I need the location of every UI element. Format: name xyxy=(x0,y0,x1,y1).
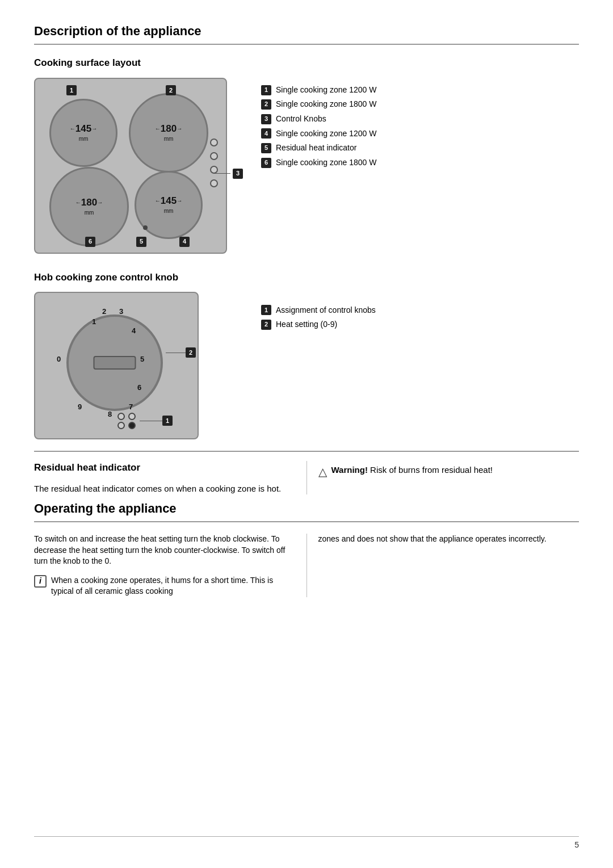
assign-circle-1 xyxy=(117,413,125,420)
legend-badge-3: 3 xyxy=(261,114,271,124)
burner-2: ← 180 → mm xyxy=(129,93,208,173)
legend-badge-6: 6 xyxy=(261,158,271,168)
legend-item-1: 1 Single cooking zone 1200 W xyxy=(261,85,579,96)
legend-item-5: 5 Residual heat indicator xyxy=(261,142,579,154)
small-dot xyxy=(143,225,148,230)
operating-right-text: zones and does not show that the applian… xyxy=(318,534,580,545)
knob-section: Hob cooking zone control knob 2 3 1 4 0 … xyxy=(34,271,579,440)
page: Description of the appliance Cooking sur… xyxy=(0,0,613,868)
warning-text: Risk of burns from residual heat! xyxy=(370,465,493,475)
burner-4-size: ← 145 → xyxy=(155,194,182,208)
burner-1: ← 145 → mm xyxy=(49,99,117,167)
info-icon: i xyxy=(34,575,47,588)
knob-num-0: 0 xyxy=(57,354,61,364)
legend-badge-2: 2 xyxy=(261,99,271,110)
burner-3-size: ← 180 → xyxy=(75,196,103,209)
knob-legend-badge-2: 2 xyxy=(261,320,271,330)
diag-num-1: 1 xyxy=(66,83,77,96)
legend-text-3: Control Knobs xyxy=(276,114,326,125)
knob-num-9: 9 xyxy=(78,402,82,412)
cooking-surface-diagram: ← 145 → mm ← 180 → mm xyxy=(34,78,227,254)
knob-num-5: 5 xyxy=(140,354,144,364)
residual-divider xyxy=(34,451,579,452)
knob-circle xyxy=(66,315,163,411)
burner-2-unit: mm xyxy=(164,135,174,143)
diag-num-2: 2 xyxy=(166,83,176,96)
legend-item-4: 4 Single cooking zone 1200 W xyxy=(261,128,579,140)
knob-diagram: 2 3 1 4 0 5 6 7 8 9 2 xyxy=(34,292,199,439)
residual-section: Residual heat indicator The residual hea… xyxy=(34,461,579,494)
residual-right: △ Warning! Risk of burns from residual h… xyxy=(318,461,580,494)
residual-description: The residual heat indicator comes on whe… xyxy=(34,483,295,494)
knob-num-2: 2 xyxy=(102,307,106,317)
burner-2-size: ← 180 → xyxy=(155,122,182,136)
burner-4-unit: mm xyxy=(164,207,174,215)
knob-subtitle: Hob cooking zone control knob xyxy=(34,271,244,284)
legend-text-4: Single cooking zone 1200 W xyxy=(276,128,376,140)
assign-circle-2 xyxy=(128,413,136,420)
knob-legend: 1 Assignment of control knobs 2 Heat set… xyxy=(261,271,579,440)
diag-num-5: 5 xyxy=(136,234,146,247)
knob-num-6: 6 xyxy=(137,383,141,393)
diag-num-4: 4 xyxy=(179,234,190,247)
legend-item-2: 2 Single cooking zone 1800 W xyxy=(261,99,579,110)
warning-label: Warning! xyxy=(331,465,368,475)
warning-icon: △ xyxy=(318,464,327,480)
knob-dot-1 xyxy=(210,139,218,146)
assign-circle-4-filled xyxy=(128,422,136,429)
cooking-surface-legend: 1 Single cooking zone 1200 W 2 Single co… xyxy=(261,56,579,259)
knob-legend-text-1: Assignment of control knobs xyxy=(276,305,376,316)
info-box: i When a cooking zone operates, it hums … xyxy=(34,575,295,597)
legend-text-2: Single cooking zone 1800 W xyxy=(276,99,376,110)
burner-1-size: ← 145 → xyxy=(70,122,97,136)
knob-legend-list: 1 Assignment of control knobs 2 Heat set… xyxy=(261,305,579,330)
legend-item-3: 3 Control Knobs xyxy=(261,114,579,125)
knob-dot-2 xyxy=(210,152,218,160)
knob-legend-text-2: Heat setting (0-9) xyxy=(276,319,337,330)
cooking-layout-subtitle: Cooking surface layout xyxy=(34,56,244,70)
page-number: 5 xyxy=(574,840,579,851)
legend-badge-4: 4 xyxy=(261,128,271,139)
knob-dot-4 xyxy=(210,179,218,187)
control-knob-dots xyxy=(210,139,218,187)
knob-arrow-2: 2 xyxy=(166,347,196,358)
knob-arrow-1: 1 xyxy=(140,416,173,426)
assign-circle-3 xyxy=(117,422,125,429)
knob-num-4: 4 xyxy=(132,326,136,336)
bottom-rule xyxy=(34,836,579,837)
assign-circles-group xyxy=(117,413,137,429)
diag-num-6: 6 xyxy=(85,234,95,247)
cooking-surface-left: Cooking surface layout ← 145 → mm ← xyxy=(34,56,244,259)
knob-legend-badge-1: 1 xyxy=(261,305,271,315)
operating-left-text: To switch on and increase the heat setti… xyxy=(34,534,295,567)
legend-text-5: Residual heat indicator xyxy=(276,142,356,154)
knob-left: Hob cooking zone control knob 2 3 1 4 0 … xyxy=(34,271,244,440)
knob-legend-item-1: 1 Assignment of control knobs xyxy=(261,305,579,316)
burner-3-unit: mm xyxy=(85,209,94,217)
legend-text-6: Single cooking zone 1800 W xyxy=(276,157,376,169)
legend-badge-1: 1 xyxy=(261,85,271,95)
legend-badge-5: 5 xyxy=(261,143,271,153)
residual-left: Residual heat indicator The residual hea… xyxy=(34,461,307,494)
legend-item-6: 6 Single cooking zone 1800 W xyxy=(261,157,579,169)
operating-right: zones and does not show that the applian… xyxy=(318,534,580,597)
operating-section: To switch on and increase the heat setti… xyxy=(34,534,579,597)
section3-title: Operating the appliance xyxy=(34,500,579,522)
legend-text-1: Single cooking zone 1200 W xyxy=(276,85,376,96)
knob-inner-bar xyxy=(94,356,136,370)
cooking-surface-section: Cooking surface layout ← 145 → mm ← xyxy=(34,56,579,259)
diag-num-3: 3 xyxy=(213,169,243,179)
operating-left: To switch on and increase the heat setti… xyxy=(34,534,307,597)
legend-list: 1 Single cooking zone 1200 W 2 Single co… xyxy=(261,85,579,169)
knob-num-7: 7 xyxy=(129,402,133,412)
burner-1-unit: mm xyxy=(79,135,89,143)
residual-subtitle: Residual heat indicator xyxy=(34,461,295,475)
info-text: When a cooking zone operates, it hums fo… xyxy=(51,575,295,597)
knob-legend-item-2: 2 Heat setting (0-9) xyxy=(261,319,579,330)
section1-title: Description of the appliance xyxy=(34,23,579,45)
knob-num-8: 8 xyxy=(108,409,112,420)
knob-num-3: 3 xyxy=(119,307,123,317)
residual-warning-text: Warning! Risk of burns from residual hea… xyxy=(331,464,493,476)
knob-num-1: 1 xyxy=(92,317,96,327)
